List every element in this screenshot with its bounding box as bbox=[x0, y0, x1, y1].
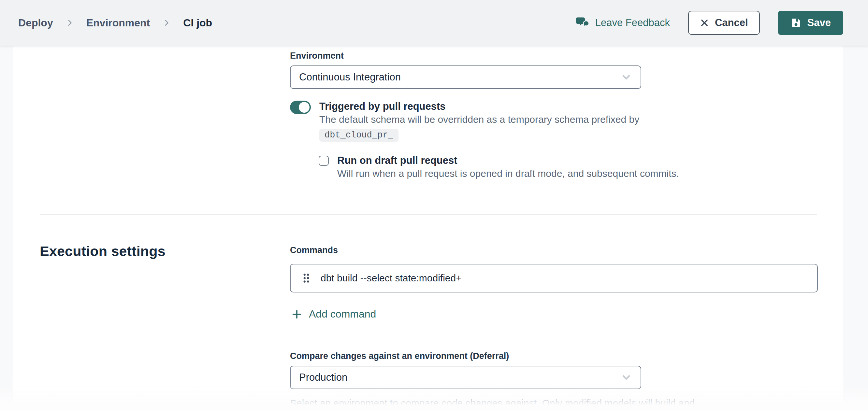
environment-select-value: Continuous Integration bbox=[299, 71, 401, 83]
chevron-right-icon bbox=[162, 19, 171, 27]
draft-pr-label: Run on draft pull request bbox=[337, 154, 679, 167]
pr-trigger-description: The default schema will be overridden as… bbox=[319, 113, 639, 126]
save-button[interactable]: Save bbox=[778, 11, 843, 35]
leave-feedback-link[interactable]: Leave Feedback bbox=[576, 17, 670, 29]
deferral-help-text: Select an environment to compare code ch… bbox=[290, 396, 697, 411]
environment-select[interactable]: Continuous Integration bbox=[290, 65, 641, 89]
cancel-label: Cancel bbox=[715, 17, 748, 29]
commands-label: Commands bbox=[290, 245, 818, 255]
chevron-down-icon bbox=[620, 372, 632, 383]
chevron-right-icon bbox=[65, 19, 74, 27]
add-command-label: Add command bbox=[309, 308, 376, 320]
chevron-down-icon bbox=[620, 71, 632, 83]
cancel-button[interactable]: Cancel bbox=[688, 11, 760, 35]
breadcrumb: Deploy Environment CI job bbox=[18, 17, 212, 29]
top-bar: Deploy Environment CI job Leave Feedback… bbox=[0, 0, 868, 45]
deferral-select[interactable]: Production bbox=[290, 366, 641, 389]
add-command-button[interactable]: Add command bbox=[291, 308, 376, 320]
command-row: dbt build --select state:modified+ bbox=[290, 264, 818, 292]
x-icon bbox=[700, 18, 709, 27]
pr-trigger-row: Triggered by pull requests The default s… bbox=[290, 100, 818, 142]
toggle-knob bbox=[299, 102, 310, 113]
draft-pr-description: Will run when a pull request is opened i… bbox=[337, 167, 679, 180]
environment-label: Environment bbox=[290, 51, 818, 61]
pr-trigger-label: Triggered by pull requests bbox=[319, 100, 639, 113]
schema-prefix-chip: dbt_cloud_pr_ bbox=[319, 129, 399, 142]
deferral-label: Compare changes against an environment (… bbox=[290, 351, 818, 361]
save-label: Save bbox=[807, 17, 831, 29]
plus-icon bbox=[291, 309, 302, 320]
execution-settings-title: Execution settings bbox=[40, 243, 165, 259]
header-actions: Leave Feedback Cancel Save bbox=[576, 11, 843, 35]
breadcrumb-deploy[interactable]: Deploy bbox=[18, 17, 53, 29]
breadcrumb-ci-job: CI job bbox=[183, 17, 212, 29]
drag-handle-icon[interactable] bbox=[302, 273, 310, 284]
chat-bubbles-icon bbox=[576, 17, 589, 29]
leave-feedback-label: Leave Feedback bbox=[595, 17, 670, 29]
draft-pr-row: Run on draft pull request Will run when … bbox=[319, 154, 818, 180]
execution-settings-section: Execution settings Commands dbt build --… bbox=[13, 215, 843, 411]
content-card: Environment Continuous Integration Trigg… bbox=[13, 45, 843, 411]
environment-section: Environment Continuous Integration Trigg… bbox=[13, 45, 843, 180]
floppy-disk-icon bbox=[790, 17, 802, 28]
breadcrumb-environment[interactable]: Environment bbox=[86, 17, 150, 29]
deferral-select-value: Production bbox=[299, 372, 347, 383]
draft-pr-checkbox[interactable] bbox=[319, 156, 329, 166]
pr-trigger-toggle[interactable] bbox=[290, 101, 311, 114]
command-input[interactable]: dbt build --select state:modified+ bbox=[320, 273, 807, 284]
